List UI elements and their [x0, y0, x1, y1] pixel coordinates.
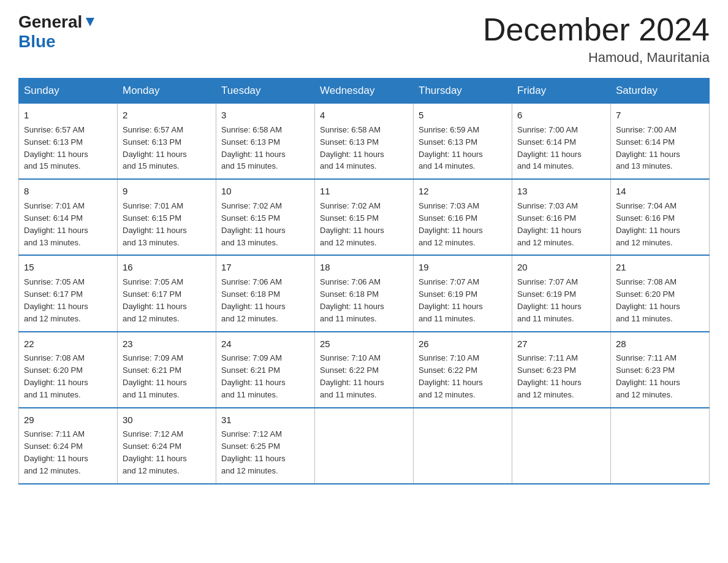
calendar-cell: 23Sunrise: 7:09 AM Sunset: 6:21 PM Dayli… — [118, 332, 216, 408]
calendar-cell — [611, 408, 710, 484]
day-info: Sunrise: 7:07 AM Sunset: 6:19 PM Dayligh… — [419, 277, 483, 323]
day-info: Sunrise: 7:08 AM Sunset: 6:20 PM Dayligh… — [24, 353, 88, 399]
day-number: 7 — [616, 109, 704, 122]
column-header-tuesday: Tuesday — [216, 79, 315, 104]
column-header-thursday: Thursday — [414, 79, 512, 104]
calendar-cell: 18Sunrise: 7:06 AM Sunset: 6:18 PM Dayli… — [315, 255, 414, 331]
calendar-cell: 28Sunrise: 7:11 AM Sunset: 6:23 PM Dayli… — [611, 332, 710, 408]
calendar-header-row: SundayMondayTuesdayWednesdayThursdayFrid… — [19, 79, 710, 104]
calendar-cell: 12Sunrise: 7:03 AM Sunset: 6:16 PM Dayli… — [414, 179, 512, 255]
day-number: 3 — [221, 109, 309, 122]
calendar-cell — [512, 408, 611, 484]
calendar-cell: 27Sunrise: 7:11 AM Sunset: 6:23 PM Dayli… — [512, 332, 611, 408]
page-header: General Blue December 2024 Hamoud, Mauri… — [18, 12, 710, 66]
day-info: Sunrise: 7:05 AM Sunset: 6:17 PM Dayligh… — [24, 277, 88, 323]
logo-arrow-icon — [83, 15, 97, 29]
day-info: Sunrise: 7:11 AM Sunset: 6:24 PM Dayligh… — [24, 429, 88, 475]
day-number: 13 — [517, 185, 605, 198]
calendar-cell — [315, 408, 414, 484]
column-header-sunday: Sunday — [19, 79, 118, 104]
calendar-cell: 1Sunrise: 6:57 AM Sunset: 6:13 PM Daylig… — [19, 104, 118, 180]
calendar-table: SundayMondayTuesdayWednesdayThursdayFrid… — [18, 78, 710, 484]
day-info: Sunrise: 7:02 AM Sunset: 6:15 PM Dayligh… — [221, 201, 286, 247]
calendar-cell: 10Sunrise: 7:02 AM Sunset: 6:15 PM Dayli… — [216, 179, 315, 255]
day-info: Sunrise: 7:11 AM Sunset: 6:23 PM Dayligh… — [517, 353, 582, 399]
calendar-week-row: 22Sunrise: 7:08 AM Sunset: 6:20 PM Dayli… — [19, 332, 710, 408]
day-info: Sunrise: 6:57 AM Sunset: 6:13 PM Dayligh… — [123, 125, 187, 171]
calendar-cell: 13Sunrise: 7:03 AM Sunset: 6:16 PM Dayli… — [512, 179, 611, 255]
day-number: 22 — [24, 337, 112, 351]
day-number: 16 — [123, 261, 211, 274]
day-info: Sunrise: 7:06 AM Sunset: 6:18 PM Dayligh… — [320, 277, 384, 323]
calendar-cell: 8Sunrise: 7:01 AM Sunset: 6:14 PM Daylig… — [19, 179, 118, 255]
day-info: Sunrise: 6:57 AM Sunset: 6:13 PM Dayligh… — [24, 125, 88, 171]
day-number: 18 — [320, 261, 408, 274]
day-number: 30 — [123, 413, 211, 427]
day-number: 29 — [24, 413, 112, 427]
logo: General Blue — [18, 12, 97, 52]
day-info: Sunrise: 7:09 AM Sunset: 6:21 PM Dayligh… — [221, 353, 286, 399]
day-info: Sunrise: 7:10 AM Sunset: 6:22 PM Dayligh… — [419, 353, 483, 399]
day-number: 15 — [24, 261, 112, 274]
day-number: 12 — [419, 185, 507, 198]
day-number: 17 — [221, 261, 309, 274]
svg-marker-0 — [86, 18, 94, 26]
calendar-cell — [414, 408, 512, 484]
calendar-cell: 26Sunrise: 7:10 AM Sunset: 6:22 PM Dayli… — [414, 332, 512, 408]
day-info: Sunrise: 7:10 AM Sunset: 6:22 PM Dayligh… — [320, 353, 384, 399]
calendar-body: 1Sunrise: 6:57 AM Sunset: 6:13 PM Daylig… — [19, 104, 710, 484]
calendar-cell: 25Sunrise: 7:10 AM Sunset: 6:22 PM Dayli… — [315, 332, 414, 408]
calendar-cell: 7Sunrise: 7:00 AM Sunset: 6:14 PM Daylig… — [611, 104, 710, 180]
day-info: Sunrise: 7:04 AM Sunset: 6:16 PM Dayligh… — [616, 201, 680, 247]
day-number: 8 — [24, 185, 112, 198]
calendar-cell: 30Sunrise: 7:12 AM Sunset: 6:24 PM Dayli… — [118, 408, 216, 484]
day-number: 20 — [517, 261, 605, 274]
day-info: Sunrise: 6:58 AM Sunset: 6:13 PM Dayligh… — [320, 125, 384, 171]
day-info: Sunrise: 7:07 AM Sunset: 6:19 PM Dayligh… — [517, 277, 582, 323]
day-number: 25 — [320, 337, 408, 351]
calendar-cell: 21Sunrise: 7:08 AM Sunset: 6:20 PM Dayli… — [611, 255, 710, 331]
calendar-cell: 2Sunrise: 6:57 AM Sunset: 6:13 PM Daylig… — [118, 104, 216, 180]
calendar-cell: 17Sunrise: 7:06 AM Sunset: 6:18 PM Dayli… — [216, 255, 315, 331]
column-header-wednesday: Wednesday — [315, 79, 414, 104]
calendar-cell: 16Sunrise: 7:05 AM Sunset: 6:17 PM Dayli… — [118, 255, 216, 331]
calendar-week-row: 8Sunrise: 7:01 AM Sunset: 6:14 PM Daylig… — [19, 179, 710, 255]
column-header-saturday: Saturday — [611, 79, 710, 104]
day-number: 21 — [616, 261, 704, 274]
day-info: Sunrise: 6:59 AM Sunset: 6:13 PM Dayligh… — [419, 125, 483, 171]
day-number: 31 — [221, 413, 309, 427]
calendar-cell: 20Sunrise: 7:07 AM Sunset: 6:19 PM Dayli… — [512, 255, 611, 331]
calendar-cell: 4Sunrise: 6:58 AM Sunset: 6:13 PM Daylig… — [315, 104, 414, 180]
day-info: Sunrise: 7:03 AM Sunset: 6:16 PM Dayligh… — [419, 201, 483, 247]
calendar-cell: 5Sunrise: 6:59 AM Sunset: 6:13 PM Daylig… — [414, 104, 512, 180]
calendar-cell: 6Sunrise: 7:00 AM Sunset: 6:14 PM Daylig… — [512, 104, 611, 180]
day-number: 11 — [320, 185, 408, 198]
title-section: December 2024 Hamoud, Mauritania — [483, 12, 710, 66]
column-header-monday: Monday — [118, 79, 216, 104]
day-info: Sunrise: 7:01 AM Sunset: 6:14 PM Dayligh… — [24, 201, 88, 247]
day-info: Sunrise: 7:05 AM Sunset: 6:17 PM Dayligh… — [123, 277, 187, 323]
day-number: 14 — [616, 185, 704, 198]
day-number: 19 — [419, 261, 507, 274]
day-info: Sunrise: 7:01 AM Sunset: 6:15 PM Dayligh… — [123, 201, 187, 247]
day-info: Sunrise: 7:00 AM Sunset: 6:14 PM Dayligh… — [616, 125, 680, 171]
calendar-cell: 14Sunrise: 7:04 AM Sunset: 6:16 PM Dayli… — [611, 179, 710, 255]
day-number: 9 — [123, 185, 211, 198]
calendar-cell: 19Sunrise: 7:07 AM Sunset: 6:19 PM Dayli… — [414, 255, 512, 331]
day-info: Sunrise: 7:06 AM Sunset: 6:18 PM Dayligh… — [221, 277, 286, 323]
day-number: 26 — [419, 337, 507, 351]
day-info: Sunrise: 7:02 AM Sunset: 6:15 PM Dayligh… — [320, 201, 384, 247]
day-number: 5 — [419, 109, 507, 122]
day-number: 2 — [123, 109, 211, 122]
calendar-cell: 11Sunrise: 7:02 AM Sunset: 6:15 PM Dayli… — [315, 179, 414, 255]
logo-general-text: General — [18, 12, 82, 32]
day-number: 1 — [24, 109, 112, 122]
calendar-cell: 15Sunrise: 7:05 AM Sunset: 6:17 PM Dayli… — [19, 255, 118, 331]
calendar-cell: 24Sunrise: 7:09 AM Sunset: 6:21 PM Dayli… — [216, 332, 315, 408]
day-info: Sunrise: 7:08 AM Sunset: 6:20 PM Dayligh… — [616, 277, 680, 323]
calendar-cell: 3Sunrise: 6:58 AM Sunset: 6:13 PM Daylig… — [216, 104, 315, 180]
month-title: December 2024 — [483, 12, 710, 47]
calendar-week-row: 29Sunrise: 7:11 AM Sunset: 6:24 PM Dayli… — [19, 408, 710, 484]
day-info: Sunrise: 7:03 AM Sunset: 6:16 PM Dayligh… — [517, 201, 582, 247]
column-header-friday: Friday — [512, 79, 611, 104]
